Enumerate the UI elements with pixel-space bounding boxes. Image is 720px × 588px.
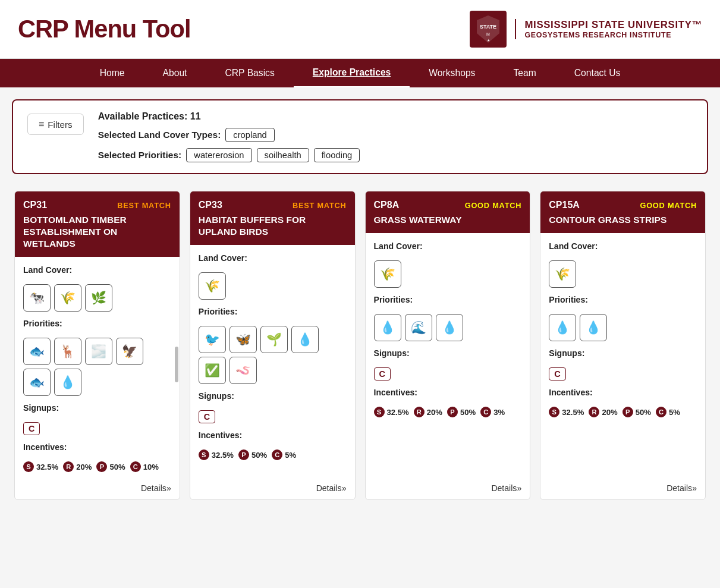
header: CRP Menu Tool STATE M ★ MISSISSIPPI STAT…	[0, 0, 720, 59]
priority-tag[interactable]: soilhealth	[257, 148, 309, 162]
svg-text:STATE: STATE	[480, 24, 496, 30]
incentives-label: Incentives:	[374, 388, 522, 397]
priorities-section-label: Priorities:	[23, 319, 171, 328]
priority-icon: 🦌	[54, 338, 81, 365]
land-cover-icons: 🐄🌾🌿	[23, 284, 171, 312]
nav-item-about[interactable]: About	[144, 59, 206, 87]
card-title: GRASS WATERWAY	[374, 214, 522, 226]
incentive-value: 50%	[251, 451, 267, 460]
priority-icon: 💧	[54, 369, 81, 396]
card-code: CP33	[199, 200, 222, 210]
university-info: MISSISSIPPI STATE UNIVERSITY™ GEOSYSTEMS…	[515, 19, 702, 39]
practice-card: CP31BEST MATCHBOTTOMLAND TIMBER ESTABLIS…	[14, 191, 180, 500]
land-cover-tag[interactable]: cropland	[225, 128, 274, 142]
details-link[interactable]: Details»	[316, 483, 347, 493]
signup-badge: C	[549, 367, 565, 381]
card-header: CP8AGOOD MATCHGRASS WATERWAY	[366, 191, 530, 233]
incentive-p-badge: P	[96, 461, 107, 472]
incentive-c-badge: C	[272, 449, 282, 460]
nav-item-contact-us[interactable]: Contact Us	[555, 59, 640, 87]
scroll-indicator	[175, 347, 178, 382]
card-footer: Details»	[540, 480, 705, 499]
svg-text:★: ★	[487, 39, 490, 42]
incentive-r-badge: R	[589, 407, 599, 417]
practice-card: CP33BEST MATCHHABITAT BUFFERS FOR UPLAND…	[190, 191, 356, 500]
signups-label: Signups:	[23, 403, 171, 413]
land-cover-row: Selected Land Cover Types: cropland	[98, 128, 360, 142]
details-link[interactable]: Details»	[491, 483, 521, 493]
land-cover-icon: 🐄	[23, 284, 51, 312]
land-cover-icons: 🌾	[199, 272, 347, 300]
incentive-value: 3%	[493, 408, 505, 417]
priority-icon: 💧	[291, 326, 319, 353]
signup-badge: C	[374, 367, 391, 381]
land-cover-icon: 🌾	[374, 260, 401, 288]
nav-item-workshops[interactable]: Workshops	[410, 59, 494, 87]
match-badge: GOOD MATCH	[465, 201, 522, 210]
nav-item-team[interactable]: Team	[494, 59, 555, 87]
card-title: HABITAT BUFFERS FOR UPLAND BIRDS	[199, 214, 347, 238]
cards-grid: CP31BEST MATCHBOTTOMLAND TIMBER ESTABLIS…	[0, 180, 720, 517]
incentive-p-badge: P	[622, 407, 633, 417]
land-cover-label: Selected Land Cover Types:	[98, 130, 221, 140]
incentives-label: Incentives:	[199, 430, 347, 440]
priority-icons: 🐦🦋🌱💧✅🪱	[199, 326, 347, 384]
priority-icons: 💧💧	[549, 314, 697, 341]
land-cover-icon: 🌾	[54, 284, 81, 312]
card-code: CP31	[23, 200, 47, 210]
incentive-c-badge: C	[130, 461, 141, 472]
incentives-row: S32.5%R20%P50%C3%	[374, 407, 522, 417]
incentive-value: 10%	[143, 463, 159, 471]
nav-item-explore-practices[interactable]: Explore Practices	[294, 59, 410, 87]
priorities-section-label: Priorities:	[374, 295, 522, 304]
incentive-value: 50%	[460, 408, 476, 417]
incentive-p-badge: P	[238, 449, 249, 460]
practice-card: CP15AGOOD MATCHCONTOUR GRASS STRIPSLand …	[540, 191, 706, 500]
filters-button[interactable]: ≡ Filters	[27, 114, 84, 135]
match-badge: BEST MATCH	[293, 201, 347, 210]
university-name: MISSISSIPPI STATE UNIVERSITY™	[524, 19, 702, 31]
card-body: Land Cover:🌾Priorities:💧💧Signups:CIncent…	[540, 233, 705, 480]
card-title: CONTOUR GRASS STRIPS	[549, 214, 697, 226]
card-code: CP15A	[549, 200, 580, 210]
signup-badge: C	[199, 410, 215, 423]
details-link[interactable]: Details»	[141, 483, 171, 493]
land-cover-section-label: Land Cover:	[199, 253, 347, 263]
filter-bar: ≡ Filters Available Practices: 11 Select…	[12, 99, 708, 174]
card-footer: Details»	[366, 480, 530, 499]
land-cover-icon: 🌾	[199, 272, 226, 300]
priority-icon: 💧	[436, 314, 463, 341]
incentive-value: 20%	[76, 463, 92, 471]
incentives-label: Incentives:	[23, 442, 171, 452]
signup-badge: C	[23, 422, 40, 435]
available-practices-row: Available Practices: 11	[98, 111, 360, 122]
priority-icon: 💧	[549, 314, 576, 341]
match-badge: GOOD MATCH	[640, 201, 697, 210]
available-practices-label: Available Practices: 11	[98, 111, 201, 122]
card-code: CP8A	[374, 200, 400, 210]
match-badge: BEST MATCH	[117, 201, 171, 210]
incentive-s-badge: S	[199, 449, 209, 460]
incentive-r-badge: R	[414, 407, 425, 417]
priority-tag[interactable]: flooding	[314, 148, 360, 162]
land-cover-icons: 🌾	[374, 260, 522, 288]
filters-button-label: Filters	[48, 120, 72, 130]
priority-tag[interactable]: watererosion	[186, 148, 251, 162]
nav-item-crp-basics[interactable]: CRP Basics	[206, 59, 293, 87]
incentive-value: 20%	[602, 408, 617, 417]
filter-info: Available Practices: 11 Selected Land Co…	[98, 111, 360, 162]
msu-shield-icon: STATE M ★	[470, 11, 507, 48]
card-body: Land Cover:🌾Priorities:🐦🦋🌱💧✅🪱Signups:CIn…	[190, 245, 355, 480]
nav-item-home[interactable]: Home	[81, 59, 144, 87]
card-footer: Details»	[190, 480, 355, 499]
incentive-value: 20%	[427, 408, 442, 417]
filter-icon: ≡	[39, 119, 44, 130]
priorities-section-label: Priorities:	[199, 307, 347, 316]
details-link[interactable]: Details»	[666, 483, 697, 493]
incentive-r-badge: R	[63, 461, 74, 472]
card-header: CP33BEST MATCHHABITAT BUFFERS FOR UPLAND…	[190, 191, 355, 245]
navbar: HomeAboutCRP BasicsExplore PracticesWork…	[0, 59, 720, 87]
priority-icon: 🌊	[405, 314, 432, 341]
incentives-row: S32.5%R20%P50%C10%	[23, 461, 171, 472]
incentive-value: 50%	[109, 463, 125, 471]
